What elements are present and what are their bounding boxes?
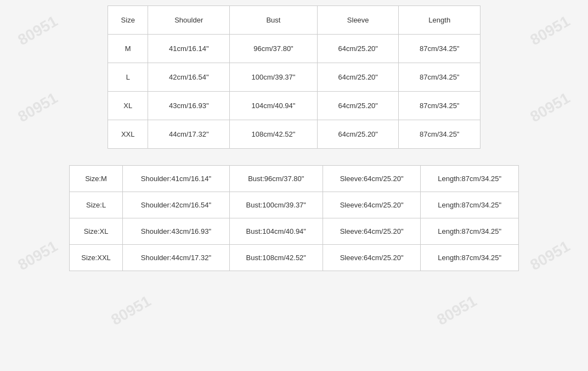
table2-cell-bust: Bust:108cm/42.52" bbox=[229, 245, 323, 271]
table1-cell-shoulder: 43cm/16.93" bbox=[148, 92, 230, 120]
table1-cell-size: M bbox=[108, 35, 148, 63]
table2-cell-shoulder: Shoulder:43cm/16.93" bbox=[123, 218, 230, 245]
table2-cell-shoulder: Shoulder:42cm/16.54" bbox=[123, 192, 230, 218]
watermark-bl: 80951 bbox=[15, 238, 60, 274]
size-chart-table-1: Size Shoulder Bust Sleeve Length M41cm/1… bbox=[108, 5, 480, 149]
table1-cell-sleeve: 64cm/25.20" bbox=[317, 92, 399, 120]
table-row: Size:XXLShoulder:44cm/17.32"Bust:108cm/4… bbox=[70, 245, 519, 271]
table-row: Size:XLShoulder:43cm/16.93"Bust:104cm/40… bbox=[70, 218, 519, 245]
table1-cell-sleeve: 64cm/25.20" bbox=[317, 120, 399, 149]
table2-cell-length: Length:87cm/34.25" bbox=[421, 218, 519, 245]
table2-cell-size: Size:XXL bbox=[70, 245, 123, 271]
table2-cell-bust: Bust:96cm/37.80" bbox=[229, 166, 323, 192]
watermark-bc: 80951 bbox=[108, 293, 154, 329]
table2-cell-bust: Bust:104cm/40.94" bbox=[229, 218, 323, 245]
col-header-sleeve: Sleeve bbox=[317, 6, 399, 35]
watermark-ml: 80951 bbox=[15, 89, 60, 126]
col-header-bust: Bust bbox=[229, 6, 317, 35]
size-table-2: Size:MShoulder:41cm/16.14"Bust:96cm/37.8… bbox=[69, 165, 519, 271]
watermark-tr: 80951 bbox=[527, 13, 573, 49]
table1-cell-sleeve: 64cm/25.20" bbox=[317, 35, 399, 63]
table2-cell-sleeve: Sleeve:64cm/25.20" bbox=[323, 166, 421, 192]
size-table-1: Size Shoulder Bust Sleeve Length M41cm/1… bbox=[108, 5, 480, 149]
table2-cell-length: Length:87cm/34.25" bbox=[421, 245, 519, 271]
table-row: L42cm/16.54"100cm/39.37"64cm/25.20"87cm/… bbox=[108, 63, 480, 92]
table1-cell-shoulder: 42cm/16.54" bbox=[148, 63, 230, 92]
watermark-br: 80951 bbox=[527, 238, 573, 274]
table2-cell-sleeve: Sleeve:64cm/25.20" bbox=[323, 218, 421, 245]
watermark-tl: 80951 bbox=[15, 13, 60, 49]
table1-cell-shoulder: 44cm/17.32" bbox=[148, 120, 230, 149]
table-row: XXL44cm/17.32"108cm/42.52"64cm/25.20"87c… bbox=[108, 120, 480, 149]
table1-cell-size: XXL bbox=[108, 120, 148, 149]
table1-cell-size: XL bbox=[108, 92, 148, 120]
table1-cell-length: 87cm/34.25" bbox=[399, 120, 480, 149]
table2-cell-sleeve: Sleeve:64cm/25.20" bbox=[323, 192, 421, 218]
table2-cell-length: Length:87cm/34.25" bbox=[421, 192, 519, 218]
table2-cell-size: Size:XL bbox=[70, 218, 123, 245]
table1-cell-shoulder: 41cm/16.14" bbox=[148, 35, 230, 63]
table1-cell-size: L bbox=[108, 63, 148, 92]
col-header-length: Length bbox=[399, 6, 480, 35]
table2-cell-sleeve: Sleeve:64cm/25.20" bbox=[323, 245, 421, 271]
table-row: Size:MShoulder:41cm/16.14"Bust:96cm/37.8… bbox=[70, 166, 519, 192]
table2-cell-size: Size:M bbox=[70, 166, 123, 192]
table-row: XL43cm/16.93"104cm/40.94"64cm/25.20"87cm… bbox=[108, 92, 480, 120]
table1-cell-bust: 100cm/39.37" bbox=[229, 63, 317, 92]
watermark-bc2: 80951 bbox=[434, 293, 479, 329]
table1-cell-bust: 96cm/37.80" bbox=[229, 35, 317, 63]
table1-cell-bust: 108cm/42.52" bbox=[229, 120, 317, 149]
table2-cell-size: Size:L bbox=[70, 192, 123, 218]
table-header-row: Size Shoulder Bust Sleeve Length bbox=[108, 6, 480, 35]
table1-cell-sleeve: 64cm/25.20" bbox=[317, 63, 399, 92]
table-row: Size:LShoulder:42cm/16.54"Bust:100cm/39.… bbox=[70, 192, 519, 218]
col-header-size: Size bbox=[108, 6, 148, 35]
table-row: M41cm/16.14"96cm/37.80"64cm/25.20"87cm/3… bbox=[108, 35, 480, 63]
table2-cell-shoulder: Shoulder:41cm/16.14" bbox=[123, 166, 230, 192]
size-chart-table-2: Size:MShoulder:41cm/16.14"Bust:96cm/37.8… bbox=[69, 165, 519, 271]
watermark-mr: 80951 bbox=[527, 89, 573, 126]
table1-cell-bust: 104cm/40.94" bbox=[229, 92, 317, 120]
table2-cell-shoulder: Shoulder:44cm/17.32" bbox=[123, 245, 230, 271]
table1-cell-length: 87cm/34.25" bbox=[399, 63, 480, 92]
table2-cell-bust: Bust:100cm/39.37" bbox=[229, 192, 323, 218]
table2-cell-length: Length:87cm/34.25" bbox=[421, 166, 519, 192]
table1-cell-length: 87cm/34.25" bbox=[399, 92, 480, 120]
col-header-shoulder: Shoulder bbox=[148, 6, 230, 35]
table1-cell-length: 87cm/34.25" bbox=[399, 35, 480, 63]
